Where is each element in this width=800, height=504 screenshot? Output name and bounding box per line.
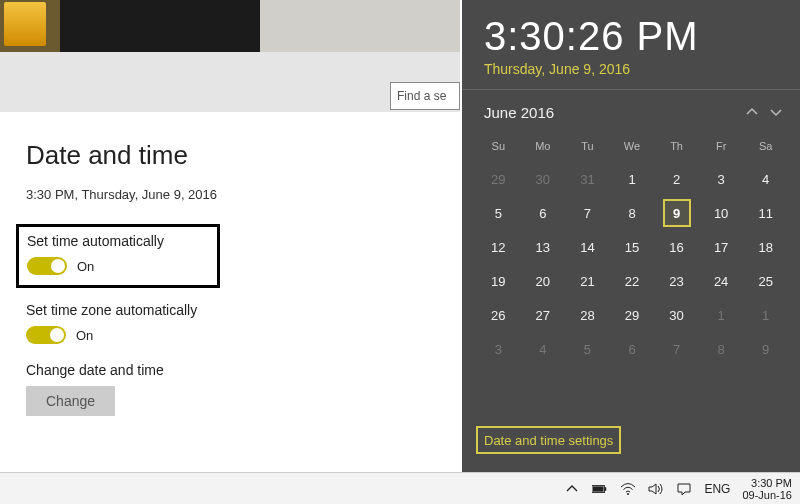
calendar-day[interactable]: 30 [521, 162, 566, 196]
calendar-dow: Sa [743, 134, 788, 162]
settings-search-input[interactable]: Find a se [390, 82, 460, 110]
calendar-day[interactable]: 30 [654, 298, 699, 332]
calendar-day[interactable]: 29 [476, 162, 521, 196]
tray-clock-time: 3:30 PM [742, 477, 792, 489]
set-tz-auto-state: On [76, 328, 93, 343]
set-time-auto-toggle[interactable] [27, 257, 67, 275]
calendar-dow: Fr [699, 134, 744, 162]
calendar-day[interactable]: 29 [610, 298, 655, 332]
calendar-day[interactable]: 23 [654, 264, 699, 298]
calendar-day[interactable]: 19 [476, 264, 521, 298]
calendar-day[interactable]: 28 [565, 298, 610, 332]
calendar-day[interactable]: 26 [476, 298, 521, 332]
svg-rect-1 [605, 487, 607, 491]
chevron-up-icon [566, 483, 578, 495]
calendar-day[interactable]: 3 [699, 162, 744, 196]
change-button[interactable]: Change [26, 386, 115, 416]
chevron-up-icon [745, 105, 759, 119]
calendar-day-today[interactable]: 9 [654, 196, 699, 230]
change-dt-label: Change date and time [26, 362, 436, 378]
tray-clock-date: 09-Jun-16 [742, 489, 792, 501]
date-time-settings-link[interactable]: Date and time settings [484, 433, 613, 448]
calendar-day[interactable]: 18 [743, 230, 788, 264]
wifi-icon[interactable] [620, 481, 636, 497]
svg-point-3 [627, 493, 629, 495]
calendar-day[interactable]: 14 [565, 230, 610, 264]
calendar-day[interactable]: 31 [565, 162, 610, 196]
settings-header: Find a se [0, 0, 460, 112]
current-datetime-text: 3:30 PM, Thursday, June 9, 2016 [26, 187, 436, 202]
calendar-day[interactable]: 16 [654, 230, 699, 264]
calendar-dow: Th [654, 134, 699, 162]
calendar-day[interactable]: 8 [610, 196, 655, 230]
calendar-day[interactable]: 27 [521, 298, 566, 332]
set-time-auto-state: On [77, 259, 94, 274]
taskbar: ENG 3:30 PM 09-Jun-16 [0, 472, 800, 504]
calendar-dow: We [610, 134, 655, 162]
calendar-day[interactable]: 15 [610, 230, 655, 264]
calendar-day[interactable]: 4 [743, 162, 788, 196]
page-title: Date and time [26, 140, 436, 171]
calendar-day[interactable]: 6 [521, 196, 566, 230]
calendar-day[interactable]: 25 [743, 264, 788, 298]
calendar-day[interactable]: 9 [743, 332, 788, 366]
tray-clock[interactable]: 3:30 PM 09-Jun-16 [742, 477, 792, 501]
calendar-day[interactable]: 2 [654, 162, 699, 196]
calendar-day[interactable]: 7 [654, 332, 699, 366]
clock-calendar-flyout: 3:30:26 PM Thursday, June 9, 2016 June 2… [462, 0, 800, 472]
calendar-next-button[interactable] [764, 100, 788, 124]
calendar-dow: Tu [565, 134, 610, 162]
calendar-dow: Mo [521, 134, 566, 162]
action-center-icon[interactable] [676, 481, 692, 497]
calendar-day[interactable]: 4 [521, 332, 566, 366]
calendar-grid: SuMoTuWeThFrSa29303112345678910111213141… [462, 134, 800, 366]
settings-body: Date and time 3:30 PM, Thursday, June 9,… [0, 112, 462, 482]
calendar-day[interactable]: 10 [699, 196, 744, 230]
calendar-day[interactable]: 12 [476, 230, 521, 264]
calendar-month-label[interactable]: June 2016 [484, 104, 740, 121]
calendar-day[interactable]: 1 [699, 298, 744, 332]
calendar-day[interactable]: 1 [610, 162, 655, 196]
calendar-day[interactable]: 24 [699, 264, 744, 298]
highlight-set-time-auto: Set time automatically On [16, 224, 220, 288]
svg-rect-2 [593, 486, 604, 491]
calendar-day[interactable]: 6 [610, 332, 655, 366]
calendar-dow: Su [476, 134, 521, 162]
chevron-down-icon [769, 105, 783, 119]
calendar-day[interactable]: 21 [565, 264, 610, 298]
system-tray: ENG 3:30 PM 09-Jun-16 [564, 473, 800, 504]
calendar-prev-button[interactable] [740, 100, 764, 124]
tray-overflow-button[interactable] [564, 481, 580, 497]
calendar-day[interactable]: 20 [521, 264, 566, 298]
set-tz-auto-label: Set time zone automatically [26, 302, 436, 318]
calendar-day[interactable]: 17 [699, 230, 744, 264]
calendar-day[interactable]: 7 [565, 196, 610, 230]
calendar-day[interactable]: 13 [521, 230, 566, 264]
battery-icon[interactable] [592, 481, 608, 497]
set-time-auto-label: Set time automatically [27, 233, 209, 249]
calendar-header: June 2016 [462, 89, 800, 134]
calendar-day[interactable]: 3 [476, 332, 521, 366]
search-placeholder: Find a se [397, 89, 446, 103]
clock-time: 3:30:26 PM [462, 0, 800, 61]
calendar-day[interactable]: 5 [565, 332, 610, 366]
tray-language[interactable]: ENG [704, 482, 730, 496]
account-photo [0, 0, 460, 52]
calendar-day[interactable]: 22 [610, 264, 655, 298]
calendar-day[interactable]: 1 [743, 298, 788, 332]
calendar-day[interactable]: 5 [476, 196, 521, 230]
volume-icon[interactable] [648, 481, 664, 497]
calendar-day[interactable]: 8 [699, 332, 744, 366]
set-tz-auto-toggle[interactable] [26, 326, 66, 344]
calendar-day[interactable]: 11 [743, 196, 788, 230]
clock-date: Thursday, June 9, 2016 [462, 61, 800, 89]
highlight-settings-link: Date and time settings [476, 426, 621, 454]
